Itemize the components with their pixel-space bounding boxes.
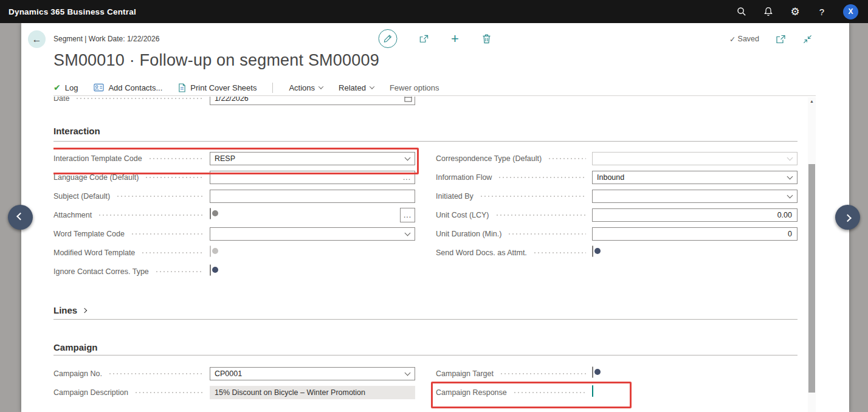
chevron-right-icon: [82, 307, 87, 312]
page-action-icons: +: [379, 29, 492, 48]
unit-duration-input[interactable]: 0: [592, 227, 797, 241]
add-contacts-icon: [94, 83, 104, 92]
actions-menu[interactable]: Actions: [289, 83, 323, 92]
dotted-leader: [533, 252, 586, 253]
campaign-target-toggle[interactable]: [592, 366, 593, 378]
unit-cost-label: Unit Cost (LCY): [436, 211, 489, 219]
unit-duration-label: Unit Duration (Min.): [436, 230, 501, 238]
dotted-leader: [498, 177, 586, 178]
dotted-leader: [108, 373, 204, 374]
word-template-code-select[interactable]: [210, 227, 415, 241]
field-initiated-by: Initiated By: [436, 190, 797, 203]
segment-page-card: ← Segment | Work Date: 1/22/2026 + ✓ Sav…: [21, 23, 849, 412]
saved-label: Saved: [738, 35, 759, 43]
dotted-leader: [141, 252, 204, 253]
section-header-campaign[interactable]: Campaign: [53, 342, 797, 355]
dotted-leader: [145, 177, 204, 178]
ignore-contact-corres-type-label: Ignore Contact Corres. Type: [53, 267, 149, 276]
attachment-assist-button[interactable]: ...: [400, 208, 415, 222]
field-modified-word-template: Modified Word Template: [53, 246, 415, 259]
open-in-new-window-icon[interactable]: [775, 33, 786, 44]
fewer-options-label: Fewer options: [390, 83, 439, 92]
field-campaign-no: Campaign No. CP0001: [53, 367, 415, 380]
campaign-right-column: Campaign Target Campaign Response: [436, 367, 797, 405]
modified-word-template-label: Modified Word Template: [53, 249, 135, 257]
campaign-no-label: Campaign No.: [53, 369, 102, 378]
user-avatar[interactable]: X: [843, 4, 858, 19]
campaign-left-column: Campaign No. CP0001 Campaign Description…: [53, 367, 415, 405]
field-language-code: Language Code (Default) ...: [53, 171, 415, 184]
subject-input[interactable]: [210, 190, 415, 203]
command-bar: ✔ Log Add Contacts... Print Cover Sheets…: [53, 80, 816, 96]
search-icon[interactable]: [736, 6, 747, 17]
settings-gear-icon[interactable]: ⚙: [790, 6, 801, 17]
campaign-target-label: Campaign Target: [436, 369, 494, 378]
page-header: ← Segment | Work Date: 1/22/2026 + ✓ Sav…: [21, 29, 849, 50]
send-word-docs-toggle[interactable]: [592, 245, 593, 257]
breadcrumb[interactable]: Segment | Work Date: 1/22/2026: [53, 35, 159, 43]
collapse-view-icon[interactable]: [802, 33, 813, 44]
initiated-by-select[interactable]: [592, 190, 797, 203]
word-template-code-label: Word Template Code: [53, 230, 125, 238]
share-icon[interactable]: [418, 33, 429, 44]
campaign-description-label: Campaign Description: [53, 388, 128, 397]
field-unit-duration: Unit Duration (Min.) 0: [436, 227, 797, 241]
date-input[interactable]: 1/22/2026: [210, 97, 415, 105]
print-cover-sheets-button[interactable]: Print Cover Sheets: [178, 83, 257, 92]
field-send-word-docs: Send Word Docs. as Attmt.: [436, 246, 797, 259]
related-menu[interactable]: Related: [339, 83, 374, 92]
topbar-actions: ⚙ ? X: [736, 4, 868, 19]
subject-label: Subject (Default): [53, 192, 110, 201]
previous-record-button[interactable]: [8, 205, 33, 230]
section-header-lines[interactable]: Lines: [53, 305, 797, 320]
dotted-leader: [548, 158, 586, 159]
delete-trash-icon[interactable]: [481, 33, 492, 44]
field-correspondence-type: Correspondence Type (Default): [436, 152, 797, 165]
calendar-icon[interactable]: [404, 97, 412, 102]
attachment-toggle[interactable]: [210, 208, 211, 219]
information-flow-label: Information Flow: [436, 173, 492, 182]
new-record-plus-icon[interactable]: +: [450, 33, 461, 44]
field-interaction-template-code: Interaction Template Code RESP: [53, 152, 415, 165]
add-contacts-button[interactable]: Add Contacts...: [94, 83, 162, 92]
log-check-icon: ✔: [53, 83, 61, 92]
dotted-leader: [134, 392, 204, 393]
log-button[interactable]: ✔ Log: [53, 83, 78, 92]
campaign-no-select[interactable]: CP0001: [210, 367, 415, 380]
scroll-up-arrow-icon[interactable]: ▲: [808, 97, 816, 105]
campaign-response-label: Campaign Response: [436, 388, 507, 397]
send-word-docs-label: Send Word Docs. as Attmt.: [436, 249, 527, 257]
interaction-template-code-select[interactable]: RESP: [210, 152, 415, 165]
date-label: Date: [53, 97, 69, 103]
chevron-down-icon: [370, 84, 374, 89]
related-label: Related: [339, 83, 366, 92]
vertical-scrollbar[interactable]: ▲ ▼: [808, 97, 816, 412]
dotted-leader: [116, 196, 204, 197]
language-code-input[interactable]: [210, 171, 415, 184]
modified-word-template-toggle[interactable]: [210, 245, 211, 257]
edit-pencil-icon[interactable]: [379, 29, 398, 48]
unit-cost-input[interactable]: 0.00: [592, 208, 797, 222]
dotted-leader: [98, 215, 204, 216]
information-flow-select[interactable]: Inbound: [592, 171, 797, 184]
dotted-leader: [500, 373, 586, 374]
back-arrow-icon[interactable]: ←: [28, 30, 46, 48]
chevron-left-icon: [16, 213, 24, 221]
print-cover-sheets-label: Print Cover Sheets: [190, 83, 257, 92]
dotted-leader: [75, 98, 204, 99]
ignore-contact-corres-type-toggle[interactable]: [210, 264, 211, 276]
assist-edit-ellipsis-icon[interactable]: ...: [403, 171, 411, 184]
dotted-leader: [480, 196, 586, 197]
interaction-template-code-label: Interaction Template Code: [53, 154, 142, 163]
campaign-response-toggle[interactable]: [592, 385, 593, 397]
chevron-down-icon: [319, 84, 323, 89]
app-top-bar: Dynamics 365 Business Central ⚙ ? X: [0, 0, 868, 23]
field-campaign-description: Campaign Description 15% Discount on Bic…: [53, 386, 415, 399]
help-icon[interactable]: ?: [816, 6, 827, 17]
dotted-leader: [513, 392, 586, 393]
next-record-button[interactable]: [835, 205, 860, 230]
fewer-options-button[interactable]: Fewer options: [390, 83, 439, 92]
section-header-interaction[interactable]: Interaction: [53, 126, 797, 142]
notifications-bell-icon[interactable]: [763, 6, 774, 17]
scrollbar-thumb[interactable]: [808, 164, 815, 393]
